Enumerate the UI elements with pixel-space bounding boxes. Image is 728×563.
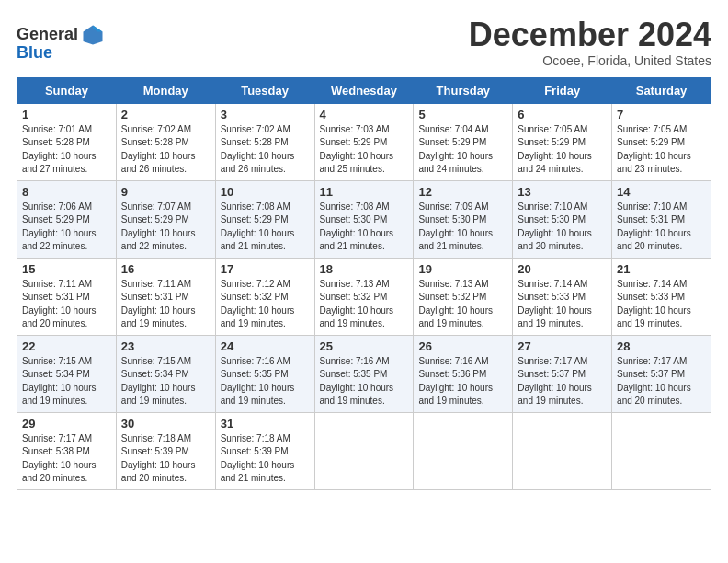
calendar-cell: 4Sunrise: 7:03 AM Sunset: 5:29 PM Daylig… bbox=[314, 103, 414, 180]
day-number: 23 bbox=[121, 339, 210, 353]
calendar-week-1: 1Sunrise: 7:01 AM Sunset: 5:28 PM Daylig… bbox=[17, 103, 711, 180]
calendar-cell: 29Sunrise: 7:17 AM Sunset: 5:38 PM Dayli… bbox=[17, 412, 117, 489]
logo-text-general: General bbox=[17, 26, 78, 44]
day-info: Sunrise: 7:06 AM Sunset: 5:29 PM Dayligh… bbox=[22, 201, 111, 254]
calendar-cell: 2Sunrise: 7:02 AM Sunset: 5:28 PM Daylig… bbox=[116, 103, 215, 180]
calendar-cell: 19Sunrise: 7:13 AM Sunset: 5:32 PM Dayli… bbox=[414, 258, 513, 335]
calendar-cell: 12Sunrise: 7:09 AM Sunset: 5:30 PM Dayli… bbox=[414, 180, 513, 258]
day-info: Sunrise: 7:15 AM Sunset: 5:34 PM Dayligh… bbox=[22, 355, 111, 408]
day-number: 14 bbox=[617, 185, 706, 199]
calendar-cell: 15Sunrise: 7:11 AM Sunset: 5:31 PM Dayli… bbox=[17, 258, 117, 335]
day-number: 31 bbox=[221, 417, 310, 431]
day-number: 21 bbox=[617, 262, 706, 276]
day-number: 13 bbox=[518, 185, 607, 199]
day-number: 5 bbox=[418, 108, 507, 121]
day-info: Sunrise: 7:03 AM Sunset: 5:29 PM Dayligh… bbox=[320, 123, 409, 177]
day-info: Sunrise: 7:02 AM Sunset: 5:28 PM Dayligh… bbox=[221, 123, 310, 177]
day-number: 29 bbox=[22, 417, 111, 431]
day-info: Sunrise: 7:17 AM Sunset: 5:38 PM Dayligh… bbox=[22, 432, 111, 486]
day-number: 1 bbox=[22, 108, 111, 121]
day-number: 17 bbox=[221, 262, 310, 276]
day-info: Sunrise: 7:14 AM Sunset: 5:33 PM Dayligh… bbox=[617, 278, 706, 331]
day-number: 18 bbox=[320, 262, 409, 276]
calendar-header-thursday: Thursday bbox=[414, 77, 513, 103]
calendar-week-4: 22Sunrise: 7:15 AM Sunset: 5:34 PM Dayli… bbox=[17, 335, 711, 412]
day-info: Sunrise: 7:10 AM Sunset: 5:31 PM Dayligh… bbox=[617, 201, 706, 254]
day-number: 6 bbox=[518, 108, 607, 121]
logo-icon bbox=[80, 22, 106, 48]
calendar-cell: 24Sunrise: 7:16 AM Sunset: 5:35 PM Dayli… bbox=[215, 335, 314, 412]
calendar-cell: 13Sunrise: 7:10 AM Sunset: 5:30 PM Dayli… bbox=[513, 180, 612, 258]
calendar: SundayMondayTuesdayWednesdayThursdayFrid… bbox=[17, 77, 711, 490]
calendar-week-2: 8Sunrise: 7:06 AM Sunset: 5:29 PM Daylig… bbox=[17, 180, 711, 258]
calendar-header-saturday: Saturday bbox=[612, 77, 711, 103]
title-area: December 2024 Ocoee, Florida, United Sta… bbox=[469, 17, 711, 68]
month-title: December 2024 bbox=[469, 17, 711, 53]
calendar-header-tuesday: Tuesday bbox=[215, 77, 314, 103]
page: General Blue December 2024 Ocoee, Florid… bbox=[0, 0, 728, 500]
calendar-cell: 9Sunrise: 7:07 AM Sunset: 5:29 PM Daylig… bbox=[116, 180, 215, 258]
day-number: 19 bbox=[418, 262, 507, 276]
day-number: 10 bbox=[221, 185, 310, 199]
day-number: 27 bbox=[518, 339, 607, 353]
day-info: Sunrise: 7:16 AM Sunset: 5:35 PM Dayligh… bbox=[320, 355, 409, 408]
day-number: 2 bbox=[121, 108, 210, 121]
calendar-cell: 18Sunrise: 7:13 AM Sunset: 5:32 PM Dayli… bbox=[314, 258, 414, 335]
calendar-week-5: 29Sunrise: 7:17 AM Sunset: 5:38 PM Dayli… bbox=[17, 412, 711, 489]
day-info: Sunrise: 7:08 AM Sunset: 5:30 PM Dayligh… bbox=[320, 201, 409, 254]
calendar-cell: 31Sunrise: 7:18 AM Sunset: 5:39 PM Dayli… bbox=[215, 412, 314, 489]
day-number: 20 bbox=[518, 262, 607, 276]
calendar-cell: 22Sunrise: 7:15 AM Sunset: 5:34 PM Dayli… bbox=[17, 335, 117, 412]
day-number: 22 bbox=[22, 339, 111, 353]
day-info: Sunrise: 7:17 AM Sunset: 5:37 PM Dayligh… bbox=[518, 355, 607, 408]
day-number: 30 bbox=[121, 417, 210, 431]
calendar-cell: 17Sunrise: 7:12 AM Sunset: 5:32 PM Dayli… bbox=[215, 258, 314, 335]
day-info: Sunrise: 7:12 AM Sunset: 5:32 PM Dayligh… bbox=[221, 278, 310, 331]
logo: General Blue bbox=[17, 22, 106, 63]
day-info: Sunrise: 7:13 AM Sunset: 5:32 PM Dayligh… bbox=[418, 278, 507, 331]
day-number: 15 bbox=[22, 262, 111, 276]
calendar-body: 1Sunrise: 7:01 AM Sunset: 5:28 PM Daylig… bbox=[17, 103, 711, 489]
calendar-cell: 16Sunrise: 7:11 AM Sunset: 5:31 PM Dayli… bbox=[116, 258, 215, 335]
calendar-cell: 14Sunrise: 7:10 AM Sunset: 5:31 PM Dayli… bbox=[612, 180, 711, 258]
calendar-header-wednesday: Wednesday bbox=[314, 77, 414, 103]
day-info: Sunrise: 7:11 AM Sunset: 5:31 PM Dayligh… bbox=[121, 278, 210, 331]
calendar-cell: 26Sunrise: 7:16 AM Sunset: 5:36 PM Dayli… bbox=[414, 335, 513, 412]
day-number: 9 bbox=[121, 185, 210, 199]
day-info: Sunrise: 7:16 AM Sunset: 5:36 PM Dayligh… bbox=[418, 355, 507, 408]
calendar-header-friday: Friday bbox=[513, 77, 612, 103]
calendar-header-row: SundayMondayTuesdayWednesdayThursdayFrid… bbox=[17, 77, 711, 103]
calendar-cell: 10Sunrise: 7:08 AM Sunset: 5:29 PM Dayli… bbox=[215, 180, 314, 258]
day-info: Sunrise: 7:02 AM Sunset: 5:28 PM Dayligh… bbox=[121, 123, 210, 177]
calendar-cell: 8Sunrise: 7:06 AM Sunset: 5:29 PM Daylig… bbox=[17, 180, 117, 258]
calendar-cell: 28Sunrise: 7:17 AM Sunset: 5:37 PM Dayli… bbox=[612, 335, 711, 412]
calendar-cell: 23Sunrise: 7:15 AM Sunset: 5:34 PM Dayli… bbox=[116, 335, 215, 412]
calendar-cell bbox=[513, 412, 612, 489]
calendar-cell: 20Sunrise: 7:14 AM Sunset: 5:33 PM Dayli… bbox=[513, 258, 612, 335]
day-number: 3 bbox=[221, 108, 310, 121]
location: Ocoee, Florida, United States bbox=[469, 53, 711, 68]
day-info: Sunrise: 7:05 AM Sunset: 5:29 PM Dayligh… bbox=[617, 123, 706, 177]
day-info: Sunrise: 7:08 AM Sunset: 5:29 PM Dayligh… bbox=[221, 201, 310, 254]
calendar-cell: 5Sunrise: 7:04 AM Sunset: 5:29 PM Daylig… bbox=[414, 103, 513, 180]
calendar-cell: 27Sunrise: 7:17 AM Sunset: 5:37 PM Dayli… bbox=[513, 335, 612, 412]
day-number: 12 bbox=[418, 185, 507, 199]
calendar-cell: 11Sunrise: 7:08 AM Sunset: 5:30 PM Dayli… bbox=[314, 180, 414, 258]
day-info: Sunrise: 7:04 AM Sunset: 5:29 PM Dayligh… bbox=[418, 123, 507, 177]
calendar-week-3: 15Sunrise: 7:11 AM Sunset: 5:31 PM Dayli… bbox=[17, 258, 711, 335]
day-info: Sunrise: 7:07 AM Sunset: 5:29 PM Dayligh… bbox=[121, 201, 210, 254]
calendar-header-monday: Monday bbox=[116, 77, 215, 103]
calendar-cell: 7Sunrise: 7:05 AM Sunset: 5:29 PM Daylig… bbox=[612, 103, 711, 180]
day-info: Sunrise: 7:05 AM Sunset: 5:29 PM Dayligh… bbox=[518, 123, 607, 177]
calendar-header-sunday: Sunday bbox=[17, 77, 117, 103]
day-number: 7 bbox=[617, 108, 706, 121]
day-info: Sunrise: 7:17 AM Sunset: 5:37 PM Dayligh… bbox=[617, 355, 706, 408]
calendar-cell bbox=[414, 412, 513, 489]
calendar-cell bbox=[314, 412, 414, 489]
day-number: 24 bbox=[221, 339, 310, 353]
day-info: Sunrise: 7:10 AM Sunset: 5:30 PM Dayligh… bbox=[518, 201, 607, 254]
day-info: Sunrise: 7:18 AM Sunset: 5:39 PM Dayligh… bbox=[221, 432, 310, 486]
day-number: 8 bbox=[22, 185, 111, 199]
day-number: 28 bbox=[617, 339, 706, 353]
day-info: Sunrise: 7:15 AM Sunset: 5:34 PM Dayligh… bbox=[121, 355, 210, 408]
